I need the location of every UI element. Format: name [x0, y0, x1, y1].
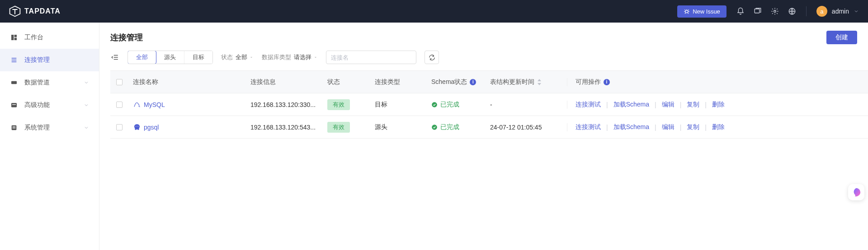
main-content: 连接管理 创建 全部 源头 目标 状态 全部 数据库类型 — [99, 23, 868, 250]
nav-advanced[interactable]: 高级功能 — [0, 94, 99, 116]
help-fab[interactable] — [848, 184, 864, 200]
refresh-button[interactable] — [425, 51, 439, 64]
header-icon-group — [736, 7, 796, 15]
tab-source[interactable]: 源头 — [156, 51, 184, 64]
row-actions: 连接测试| 加载Schema| 编辑| 复制| 删除 — [567, 101, 868, 109]
postgres-icon — [133, 123, 141, 131]
svg-rect-6 — [14, 38, 17, 40]
mysql-icon — [133, 101, 141, 109]
status-filter[interactable]: 状态 全部 — [221, 53, 254, 61]
window-icon[interactable] — [754, 7, 762, 15]
bug-icon — [684, 8, 690, 14]
action-edit[interactable]: 编辑 — [662, 101, 675, 109]
connections-table: 连接名称 连接信息 状态 连接类型 Schema状态 i 表结构更新时间 可用操… — [110, 70, 868, 139]
svg-rect-5 — [14, 35, 17, 37]
status-badge: 有效 — [327, 99, 350, 110]
header-divider — [806, 6, 807, 16]
schema-status: 已完成 — [431, 101, 459, 109]
chevron-down-icon — [84, 102, 89, 108]
brand-text: TAPDATA — [24, 7, 61, 15]
dbtype-filter[interactable]: 数据库类型 请选择 — [262, 53, 318, 61]
table-header: 连接名称 连接信息 状态 连接类型 Schema状态 i 表结构更新时间 可用操… — [110, 71, 868, 93]
new-issue-button[interactable]: New Issue — [677, 5, 726, 18]
svg-rect-12 — [13, 128, 16, 128]
svg-point-2 — [774, 10, 776, 13]
svg-rect-1 — [755, 9, 760, 13]
svg-rect-4 — [11, 35, 14, 40]
search-input[interactable] — [326, 51, 416, 64]
status-filter-value: 全部 — [236, 53, 254, 61]
col-actions: 可用操作 i — [567, 78, 868, 86]
col-schema: Schema状态 i — [427, 78, 486, 86]
globe-icon[interactable] — [788, 7, 796, 15]
dbtype-filter-value: 请选择 — [294, 53, 318, 61]
connection-type: 源头 — [370, 123, 427, 131]
action-copy[interactable]: 复制 — [687, 101, 699, 109]
status-badge: 有效 — [327, 122, 350, 133]
nav-label: 连接管理 — [24, 56, 89, 64]
action-copy[interactable]: 复制 — [687, 123, 699, 131]
nav-label: 系统管理 — [24, 124, 77, 132]
action-edit[interactable]: 编辑 — [662, 123, 675, 131]
list-icon — [10, 56, 18, 64]
action-test[interactable]: 连接测试 — [576, 101, 601, 109]
col-updated[interactable]: 表结构更新时间 — [486, 78, 567, 86]
chevron-down-icon — [84, 80, 89, 85]
action-delete[interactable]: 删除 — [712, 123, 725, 131]
info-icon[interactable]: i — [470, 79, 476, 85]
brand-logo: TAPDATA — [9, 5, 61, 17]
gear-icon[interactable] — [771, 7, 779, 15]
col-name: 连接名称 — [128, 78, 246, 86]
pipeline-icon — [10, 79, 18, 87]
bell-icon[interactable] — [736, 7, 745, 15]
connection-info: 192.168.133.120:330... — [246, 101, 323, 108]
tab-target[interactable]: 目标 — [184, 51, 212, 64]
svg-rect-11 — [13, 126, 16, 127]
chevron-down-icon — [84, 125, 89, 130]
advanced-icon — [10, 101, 18, 109]
connection-name-link[interactable]: pgsql — [144, 124, 159, 131]
action-test[interactable]: 连接测试 — [576, 123, 601, 131]
user-menu[interactable]: a admin — [816, 6, 859, 17]
action-delete[interactable]: 删除 — [712, 101, 725, 109]
svg-point-0 — [685, 10, 688, 13]
create-button[interactable]: 创建 — [826, 31, 857, 44]
collapse-sidebar-icon[interactable] — [110, 53, 119, 62]
nav-pipeline[interactable]: 数据管道 — [0, 71, 99, 94]
table-row: MySQL 192.168.133.120:330... 有效 目标 已完成 -… — [110, 93, 868, 116]
info-icon[interactable]: i — [604, 79, 610, 85]
row-checkbox[interactable] — [116, 102, 123, 108]
action-load[interactable]: 加载Schema — [613, 123, 649, 131]
brand-mark-icon — [9, 5, 21, 17]
nav-label: 工作台 — [24, 33, 89, 42]
table-row: pgsql 192.168.133.120:543... 有效 源头 已完成 2… — [110, 116, 868, 139]
select-all-checkbox[interactable] — [116, 79, 123, 85]
schema-status: 已完成 — [431, 123, 459, 131]
page-title: 连接管理 — [110, 32, 143, 43]
page-header: 连接管理 创建 — [99, 23, 868, 51]
nav-dashboard[interactable]: 工作台 — [0, 26, 99, 49]
type-filter-tabs: 全部 源头 目标 — [127, 51, 213, 64]
col-type: 连接类型 — [370, 78, 427, 86]
nav-system[interactable]: 系统管理 — [0, 116, 99, 139]
app-header: TAPDATA New Issue a admin — [0, 0, 868, 23]
action-load[interactable]: 加载Schema — [613, 101, 649, 109]
tab-all[interactable]: 全部 — [127, 51, 156, 64]
svg-point-14 — [136, 126, 137, 127]
updated-time: - — [486, 101, 567, 108]
nav-label: 数据管道 — [24, 79, 77, 87]
user-name-label: admin — [832, 8, 849, 15]
svg-point-15 — [138, 126, 139, 127]
connection-name-link[interactable]: MySQL — [144, 101, 165, 108]
connection-info: 192.168.133.120:543... — [246, 124, 323, 131]
new-issue-label: New Issue — [693, 8, 720, 15]
row-actions: 连接测试| 加载Schema| 编辑| 复制| 删除 — [567, 123, 868, 131]
connection-type: 目标 — [370, 101, 427, 109]
row-checkbox[interactable] — [116, 124, 123, 130]
avatar: a — [816, 6, 827, 17]
svg-rect-7 — [11, 81, 17, 84]
col-info: 连接信息 — [246, 78, 323, 86]
svg-rect-9 — [12, 104, 16, 105]
nav-label: 高级功能 — [24, 101, 77, 109]
nav-connections[interactable]: 连接管理 — [0, 49, 99, 71]
